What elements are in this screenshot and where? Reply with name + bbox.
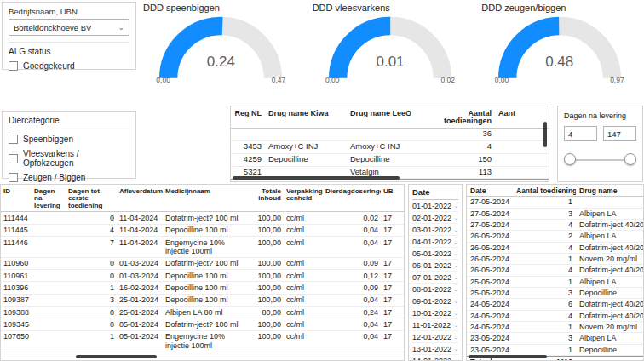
- col-header-aant[interactable]: Aant: [495, 108, 549, 129]
- col-header-aantal-toedieningen[interactable]: Aantal toedieningen: [513, 186, 576, 197]
- table-row[interactable]: 24-05-2024 1 Novem 20 mg/ml: [467, 322, 643, 333]
- checkbox-label: Speenbiggen: [23, 135, 73, 144]
- date-list-item[interactable]: 05-01-2022 ⌄: [412, 248, 458, 260]
- table-row[interactable]: 3453 Amoxy+C INJ Amoxy+C INJ 4: [231, 141, 549, 154]
- table-row[interactable]: 110960 0 01-03-2024 Dofatrim-ject? 100 m…: [1, 258, 404, 270]
- date-list-item[interactable]: 03-01-2022 ⌄: [412, 224, 458, 236]
- table-row[interactable]: 107650 1 05-01-2024 Engemycine 10% injec…: [1, 331, 404, 352]
- date-label: 13-01-2022: [412, 345, 451, 353]
- checkbox-label: Goedgekeurd: [23, 61, 75, 71]
- vertical-scrollbar[interactable]: [543, 122, 547, 147]
- col-header-reg-nl[interactable]: Reg NL: [231, 108, 265, 129]
- chevron-down-icon: ⌄: [453, 298, 458, 304]
- checkbox-icon[interactable]: [9, 61, 18, 71]
- gauge-title: DDD vleesvarkens: [306, 3, 475, 13]
- col-header-id[interactable]: ID: [1, 186, 32, 212]
- delivery-detail-table: ID Dagen na levering Dagen tot eerste to…: [0, 184, 405, 361]
- table-row[interactable]: 109388 0 25-01-2024 Albipen LA 80 ml 80,…: [1, 307, 404, 318]
- date-list-header[interactable]: Date: [412, 186, 458, 200]
- table-row[interactable]: 4259 Depocilline Depocilline 150: [231, 154, 549, 167]
- table-row[interactable]: 109345 0 05-01-2024 Dofatrim-ject? 100 m…: [1, 318, 404, 330]
- diercategorie-option[interactable]: Zeugen / Biggen: [9, 173, 129, 182]
- col-header-drug-name-kiwa[interactable]: Drug name Kiwa: [265, 108, 347, 129]
- table-row[interactable]: 23-05-2024 3 Albipen LA: [467, 333, 643, 344]
- col-header-verpakkings-eenheid[interactable]: Verpakkings eenheid: [284, 186, 323, 212]
- range-max-input[interactable]: 147: [603, 126, 636, 141]
- gauge-arc: [322, 14, 458, 85]
- gauge-arc: [492, 14, 628, 85]
- table-row[interactable]: 110396 1 16-02-2024 Depocilline 100 ml 1…: [1, 282, 404, 294]
- company-dropdown[interactable]: Borteldonckhoeve BV ⌄: [9, 19, 129, 36]
- date-list-item[interactable]: 11-01-2022 ⌄: [412, 319, 458, 331]
- gauge-chart: DDD vleesvarkens 0.01 0,00 0,02: [306, 0, 475, 97]
- horizontal-scrollbar[interactable]: [76, 355, 157, 358]
- col-header-drug-name-leeo[interactable]: Drug name LeeO: [347, 108, 425, 129]
- slicer-title: Dagen na levering: [564, 112, 636, 120]
- diercategorie-filter-card: Diercategorie Speenbiggen Vleesvarkens /…: [2, 111, 136, 179]
- table-row[interactable]: 26-05-2024 1 Novem 20 mg/ml: [467, 254, 643, 265]
- col-header-dagen-tot-eerste-toediening[interactable]: Dagen tot eerste toediening: [66, 186, 117, 212]
- table-row[interactable]: 27-05-2024 4 Dofatrim-ject 40/200 mg: [467, 220, 643, 231]
- company-filter-card: Bedrijfsnaam, UBN Borteldonckhoeve BV ⌄ …: [2, 2, 136, 70]
- col-header-aantal-toedieningen[interactable]: Aantal toedieningen: [425, 108, 495, 129]
- table-row[interactable]: 24-05-2024 4 Dofatrim-ject 40/200 mg: [467, 311, 643, 322]
- table-row[interactable]: 24-05-2024 6 Dofatrim-ject 40/200 mg: [467, 299, 643, 310]
- col-header-drug-name[interactable]: Drug name: [576, 186, 643, 197]
- date-label: 03-01-2022: [412, 226, 451, 234]
- table-row[interactable]: 109387 3 25-01-2024 Depocilline 100 ml 1…: [1, 295, 404, 307]
- horizontal-scrollbar[interactable]: [469, 355, 547, 358]
- horizontal-scrollbar[interactable]: [233, 176, 400, 180]
- table-row[interactable]: 111445 4 11-04-2024 Depocilline 100 ml 1…: [1, 225, 404, 237]
- date-label: 06-01-2022: [412, 261, 451, 270]
- col-header-date[interactable]: Date: [467, 186, 513, 197]
- date-list-item[interactable]: 09-01-2022 ⌄: [412, 295, 458, 307]
- date-list-item[interactable]: 02-01-2022 ⌄: [412, 212, 458, 224]
- date-label: 02-01-2022: [412, 214, 451, 222]
- date-label: 09-01-2022: [412, 297, 451, 306]
- date-list-item[interactable]: 10-01-2022 ⌄: [412, 307, 458, 319]
- diercategorie-title: Diercategorie: [9, 116, 129, 129]
- slider-handle-max[interactable]: [624, 153, 636, 165]
- date-label: 05-01-2022: [412, 249, 451, 258]
- table-row[interactable]: 26-05-2024 2 Albipen LA: [467, 231, 643, 242]
- table-row[interactable]: 25-05-2024 1 Albipen LA: [467, 277, 643, 288]
- table-row[interactable]: 26-05-2024 4 Dofatrim-ject 40/200 mg: [467, 243, 643, 254]
- checkbox-icon[interactable]: [9, 154, 18, 163]
- table-row[interactable]: 111446 7 11-04-2024 Engemycine 10% injec…: [1, 237, 404, 258]
- gauge-title: DDD speenbiggen: [136, 3, 306, 13]
- col-header-afleverdatum[interactable]: Afleverdatum: [117, 186, 163, 212]
- chevron-down-icon: ⌄: [453, 358, 458, 361]
- diercategorie-option[interactable]: Speenbiggen: [9, 135, 129, 144]
- gauge-title: DDD zeugen/biggen: [474, 3, 644, 13]
- date-label: 11-01-2022: [412, 321, 451, 329]
- col-header-totale-inhoud[interactable]: Totale inhoud: [248, 186, 284, 212]
- date-list-item[interactable]: 04-01-2022 ⌄: [412, 236, 458, 248]
- table-row[interactable]: 36: [231, 129, 549, 141]
- alg-status-option[interactable]: Goedgekeurd: [9, 61, 129, 71]
- table-row[interactable]: 27-05-2024 3 Albipen LA: [467, 209, 643, 220]
- date-list-item[interactable]: 13-01-2022 ⌄: [412, 343, 458, 355]
- table-row[interactable]: 25-05-2024 3 Depocilline: [467, 288, 643, 299]
- slider-handle-min[interactable]: [564, 153, 576, 165]
- col-header-medicijnnaam[interactable]: Medicijnnaam: [163, 186, 248, 212]
- date-list-item[interactable]: 08-01-2022 ⌄: [412, 284, 458, 295]
- date-list-item[interactable]: 06-01-2022 ⌄: [412, 260, 458, 272]
- diercategorie-option[interactable]: Vleesvarkens / Opfokzeugen: [9, 149, 129, 168]
- date-list-item[interactable]: 14-01-2022 ⌄: [412, 355, 458, 361]
- date-list-item[interactable]: 01-01-2022 ⌄: [412, 200, 458, 212]
- table-row[interactable]: 27-05-2024 1: [467, 197, 643, 208]
- gauge-body: 0.24 0,00 0,47: [152, 14, 289, 93]
- col-header-ub[interactable]: UB: [381, 186, 404, 212]
- date-list-item[interactable]: 12-01-2022 ⌄: [412, 331, 458, 343]
- col-header-dierdagdoseringen[interactable]: Dierdagdoseringen: [323, 186, 381, 212]
- date-list-item[interactable]: 07-01-2022 ⌄: [412, 272, 458, 284]
- table-row[interactable]: 26-05-2024 4 Dofatrim-ject 40/200 mg: [467, 265, 643, 276]
- table-row[interactable]: 110961 0 01-03-2024 Depocilline 100 ml 1…: [1, 270, 404, 282]
- gauge-min-label: 0,00: [325, 76, 340, 84]
- checkbox-icon[interactable]: [9, 135, 18, 144]
- table-row[interactable]: 111444 0 11-04-2024 Dofatrim-ject? 100 m…: [1, 212, 404, 224]
- chevron-down-icon: ⌄: [453, 322, 458, 328]
- col-header-dagen-na-levering[interactable]: Dagen na levering: [32, 186, 66, 212]
- checkbox-icon[interactable]: [9, 173, 18, 182]
- range-min-input[interactable]: 4: [564, 126, 597, 141]
